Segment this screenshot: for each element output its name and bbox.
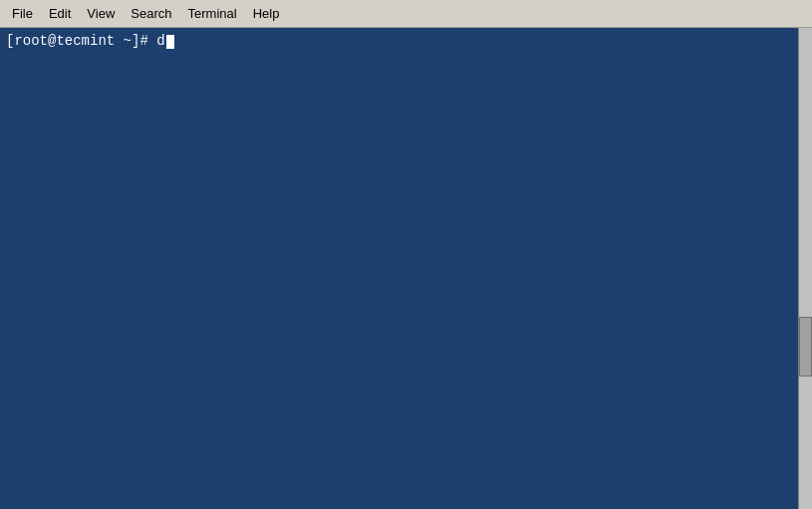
scrollbar[interactable] xyxy=(798,28,812,509)
prompt-line: [root@tecmint ~]# d xyxy=(6,32,806,52)
menu-search[interactable]: Search xyxy=(123,3,179,25)
cursor xyxy=(166,35,174,49)
terminal-area[interactable]: [root@tecmint ~]# d xyxy=(0,28,812,509)
menubar: File Edit View Search Terminal Help xyxy=(0,0,812,28)
menu-file[interactable]: File xyxy=(4,3,41,25)
prompt-text: [root@tecmint ~]# d xyxy=(6,32,165,52)
menu-view[interactable]: View xyxy=(79,3,123,25)
scrollbar-thumb[interactable] xyxy=(799,317,812,377)
menu-edit[interactable]: Edit xyxy=(41,3,79,25)
menu-help[interactable]: Help xyxy=(245,3,288,25)
menu-terminal[interactable]: Terminal xyxy=(180,3,245,25)
